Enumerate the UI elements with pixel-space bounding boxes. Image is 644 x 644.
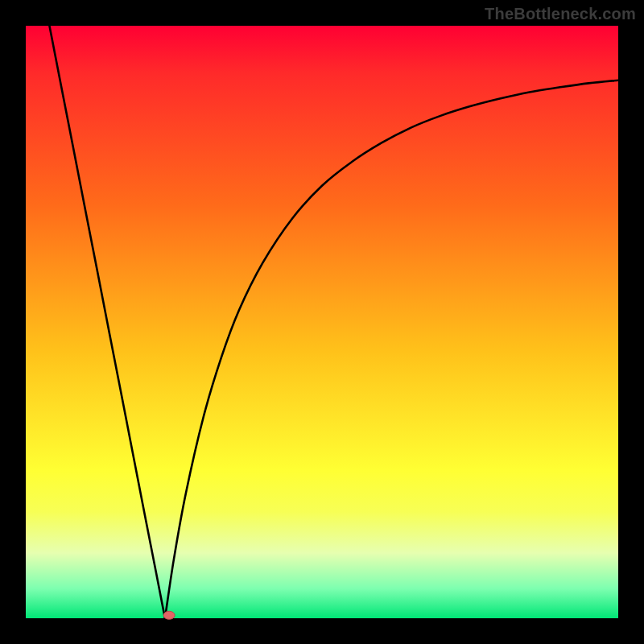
chart-frame: TheBottleneck.com <box>0 0 644 644</box>
vertex-marker <box>163 611 175 619</box>
curve-right-branch <box>165 80 618 618</box>
plot-area <box>26 26 618 618</box>
curve-layer <box>26 26 618 618</box>
curve-left-branch <box>49 26 165 618</box>
watermark-label: TheBottleneck.com <box>485 5 636 23</box>
